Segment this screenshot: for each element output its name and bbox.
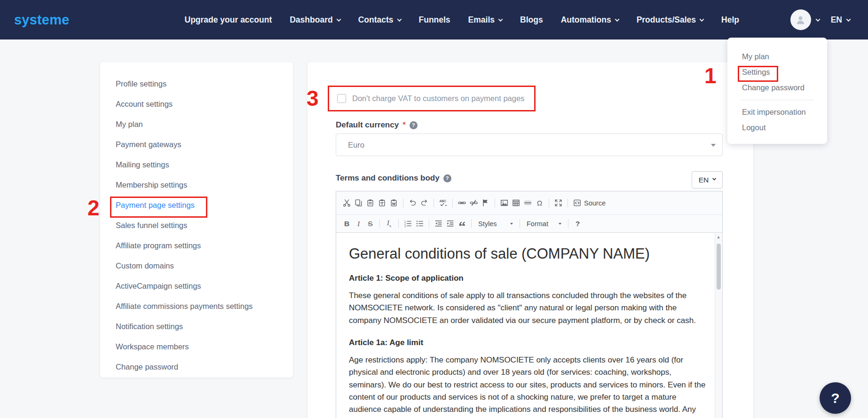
blockquote-icon[interactable]: [456, 217, 468, 230]
italic-icon[interactable]: I: [353, 217, 364, 230]
editor-toolbar-row2: BISIx123StylesFormat?: [336, 215, 722, 233]
link-icon[interactable]: [456, 197, 468, 209]
help-icon[interactable]: ?: [443, 174, 451, 182]
vat-annotation-box: Don't charge VAT to customers on payment…: [328, 86, 536, 111]
numbered-list-icon[interactable]: 123: [402, 217, 414, 230]
redo-icon[interactable]: [418, 197, 430, 209]
image-icon[interactable]: [498, 197, 510, 209]
paste-word-icon[interactable]: [388, 197, 400, 209]
sidebar-item-workspace-members[interactable]: Workspace members: [100, 337, 293, 357]
currency-select[interactable]: Euro: [336, 134, 723, 156]
menu-divider: [741, 100, 814, 100]
user-menu-trigger[interactable]: [790, 9, 820, 30]
editor-content[interactable]: General conditions of sale (COMPANY NAME…: [337, 233, 715, 418]
indent-icon[interactable]: [444, 217, 456, 230]
toolbar-separator: [429, 219, 429, 228]
sidebar-item-sales-funnel-settings[interactable]: Sales funnel settings: [100, 215, 293, 236]
scrollbar-up-icon[interactable]: ▲: [715, 235, 722, 239]
nav-item-blogs[interactable]: Blogs: [520, 15, 543, 25]
vat-checkbox-row[interactable]: Don't charge VAT to customers on payment…: [337, 94, 524, 103]
nav-item-help[interactable]: Help: [721, 15, 739, 25]
scrollbar-thumb[interactable]: [717, 244, 721, 290]
source-icon[interactable]: Source: [571, 197, 608, 209]
paste-icon[interactable]: [364, 197, 376, 209]
special-char-icon[interactable]: Ω: [534, 197, 545, 209]
toolbar-separator: [549, 198, 549, 207]
nav-item-label: Products/Sales: [637, 15, 696, 25]
nav-item-automations[interactable]: Automations: [561, 15, 619, 25]
help-button[interactable]: ?: [820, 382, 851, 414]
editor-language-select[interactable]: EN: [692, 171, 723, 189]
bulleted-list-icon[interactable]: [414, 217, 426, 230]
horizontal-line-icon[interactable]: [522, 197, 534, 209]
vat-checkbox[interactable]: [337, 94, 346, 103]
payment-page-settings-panel: Don't charge VAT to customers on payment…: [308, 62, 753, 418]
table-icon[interactable]: [510, 197, 522, 209]
sidebar-item-activecampaign-settings[interactable]: ActiveCampaign settings: [100, 276, 293, 296]
maximize-icon[interactable]: [552, 197, 564, 209]
editor-section-title: Article 1a: Age limit: [349, 338, 708, 347]
svg-text:3: 3: [404, 225, 406, 228]
menu-item-logout[interactable]: Logout: [727, 120, 827, 135]
chevron-down-icon: [336, 17, 341, 22]
sidebar-item-notification-settings[interactable]: Notification settings: [100, 316, 293, 337]
sidebar-item-my-plan[interactable]: My plan: [100, 114, 293, 134]
sidebar-item-account-settings[interactable]: Account settings: [100, 94, 293, 114]
copy-icon[interactable]: [353, 197, 364, 209]
nav-item-contacts[interactable]: Contacts: [358, 15, 401, 25]
annotation-number-3: 3: [307, 87, 319, 109]
unlink-icon[interactable]: [468, 197, 480, 209]
avatar: [790, 9, 811, 30]
combo-label: Styles: [478, 220, 497, 228]
sidebar-item-affiliate-commissions-payments-settings[interactable]: Affiliate commissions payments settings: [100, 296, 293, 316]
sidebar-item-payment-gateways[interactable]: Payment gateways: [100, 134, 293, 155]
nav-item-funnels[interactable]: Funnels: [419, 15, 450, 25]
nav-item-label: Dashboard: [290, 15, 332, 25]
editor-toolbar-row1: ABCΩSource: [336, 191, 722, 215]
field-label-text: Default currency: [336, 120, 399, 130]
editor-heading: General conditions of sale (COMPANY NAME…: [349, 245, 708, 262]
nav-item-upgrade-your-account[interactable]: Upgrade your account: [185, 15, 272, 25]
paste-text-icon[interactable]: [376, 197, 388, 209]
menu-item-exit-impersonation[interactable]: Exit impersonation: [727, 104, 827, 120]
editor-scrollbar[interactable]: ▲: [715, 233, 722, 418]
sidebar-item-profile-settings[interactable]: Profile settings: [100, 74, 293, 94]
navbar-items: Upgrade your accountDashboardContactsFun…: [185, 15, 740, 25]
format-dropdown[interactable]: Format: [523, 219, 565, 229]
menu-item-my-plan[interactable]: My plan: [727, 49, 827, 64]
chevron-down-icon: [815, 17, 820, 22]
anchor-icon[interactable]: [480, 197, 491, 209]
menu-item-settings[interactable]: Settings: [727, 64, 827, 80]
remove-format-icon[interactable]: Ix: [383, 217, 395, 230]
sidebar-item-change-password[interactable]: Change password: [100, 357, 293, 377]
nav-item-dashboard[interactable]: Dashboard: [290, 15, 340, 25]
undo-icon[interactable]: [407, 197, 418, 209]
nav-item-label: Contacts: [358, 15, 394, 25]
outdent-icon[interactable]: [433, 217, 444, 230]
field-label-text: Terms and conditions body: [336, 174, 440, 183]
menu-item-change-password[interactable]: Change password: [727, 80, 827, 95]
nav-item-products-sales[interactable]: Products/Sales: [637, 15, 703, 25]
logo[interactable]: systeme: [14, 12, 70, 28]
help-icon[interactable]: ?: [410, 121, 418, 129]
bold-icon[interactable]: B: [341, 217, 353, 230]
nav-item-emails[interactable]: Emails: [468, 15, 502, 25]
editor-section-body: These general conditions of sale apply t…: [349, 290, 708, 327]
sidebar-item-affiliate-program-settings[interactable]: Affiliate program settings: [100, 236, 293, 256]
page: systeme Upgrade your accountDashboardCon…: [0, 0, 868, 418]
toolbar-separator: [568, 219, 568, 228]
sidebar-item-membership-settings[interactable]: Membership settings: [100, 175, 293, 195]
toolbar-separator: [520, 219, 520, 228]
spell-check-icon[interactable]: ABC: [437, 197, 449, 209]
top-navbar: systeme Upgrade your accountDashboardCon…: [0, 0, 868, 39]
chevron-down-icon: [846, 17, 851, 22]
language-selector[interactable]: EN: [831, 15, 850, 25]
sidebar-item-payment-page-settings[interactable]: Payment page settings: [100, 195, 293, 215]
cut-icon[interactable]: [341, 197, 353, 209]
sidebar-item-mailing-settings[interactable]: Mailing settings: [100, 155, 293, 175]
strikethrough-icon[interactable]: S: [364, 217, 376, 230]
toolbar-separator: [495, 198, 495, 207]
about-icon[interactable]: ?: [572, 217, 584, 230]
sidebar-item-custom-domains[interactable]: Custom domains: [100, 256, 293, 276]
styles-dropdown[interactable]: Styles: [475, 219, 516, 229]
